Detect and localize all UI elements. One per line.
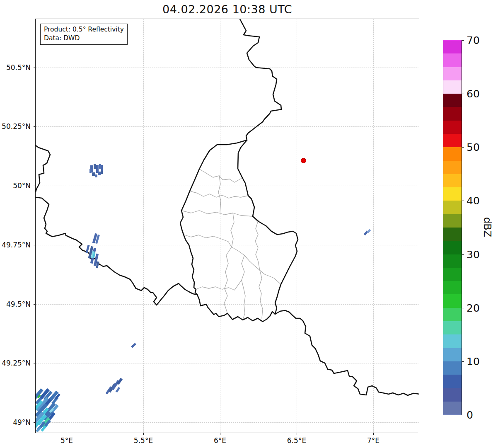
colorbar-segment bbox=[443, 121, 462, 134]
lon-tick-label: 5°E bbox=[60, 436, 73, 445]
colorbar-segment bbox=[443, 134, 462, 148]
colorbar-segment bbox=[443, 348, 462, 362]
colorbar-segment bbox=[443, 107, 462, 121]
colorbar-segment bbox=[443, 402, 462, 415]
lat-tick-label: 49.25°N bbox=[2, 359, 31, 367]
colorbar-tick-label: 50 bbox=[467, 141, 480, 153]
colorbar-segment bbox=[443, 228, 462, 241]
lat-tick-label: 49°N bbox=[13, 418, 31, 426]
admin-border-path bbox=[218, 176, 221, 212]
lat-tick-label: 50.25°N bbox=[2, 122, 31, 131]
lat-tick-mark bbox=[34, 422, 36, 423]
admin-border-path bbox=[242, 255, 245, 320]
admin-border-path bbox=[231, 213, 234, 247]
colorbar-tick-label: 40 bbox=[467, 195, 480, 207]
lat-tick-mark bbox=[34, 126, 36, 127]
colorbar-segment bbox=[443, 187, 462, 201]
colorbar: 706050403020100 bbox=[443, 40, 462, 415]
lon-tick-label: 7°E bbox=[367, 436, 380, 445]
colorbar-segment bbox=[443, 294, 462, 308]
colorbar-segment bbox=[443, 67, 462, 81]
colorbar-tick-mark bbox=[462, 94, 464, 94]
colorbar-segment bbox=[443, 214, 462, 228]
colorbar-tick-mark bbox=[462, 40, 464, 41]
colorbar-tick-mark bbox=[462, 147, 464, 148]
lon-tick-mark bbox=[373, 433, 374, 435]
admin-border-path bbox=[253, 216, 260, 270]
colorbar-tick-label: 10 bbox=[467, 355, 480, 367]
lon-tick-mark bbox=[297, 433, 297, 435]
colorbar-tick-label: 30 bbox=[467, 248, 480, 260]
country-border-luxembourg bbox=[180, 140, 298, 322]
colorbar-tick-label: 60 bbox=[467, 88, 480, 100]
colorbar-segment bbox=[443, 361, 462, 375]
red-point-marker bbox=[301, 158, 306, 163]
colorbar-segment bbox=[443, 201, 462, 214]
admin-border-path bbox=[224, 247, 232, 313]
colorbar-segment bbox=[443, 388, 462, 402]
colorbar-tick-label: 20 bbox=[467, 302, 480, 314]
radar-echo-bin bbox=[98, 172, 101, 175]
colorbar-segment bbox=[443, 241, 462, 254]
lon-tick-mark bbox=[67, 433, 67, 435]
lon-tick-mark bbox=[220, 433, 220, 435]
colorbar-unit-label: dBZ bbox=[481, 217, 493, 237]
lat-tick-mark bbox=[34, 245, 36, 245]
radar-echo-bin bbox=[89, 169, 92, 173]
admin-border-path bbox=[199, 169, 242, 182]
colorbar-segment bbox=[443, 334, 462, 348]
lat-tick-label: 50°N bbox=[13, 182, 31, 190]
country-borders-svg bbox=[36, 19, 419, 433]
colorbar-segment bbox=[443, 281, 462, 295]
data-source-label: Data: DWD bbox=[44, 34, 124, 43]
colorbar-segment bbox=[443, 308, 462, 322]
lat-tick-label: 50.5°N bbox=[6, 63, 31, 72]
country-border-france_belgium_loop bbox=[36, 145, 50, 192]
colorbar-tick-mark bbox=[462, 254, 464, 255]
colorbar-segment bbox=[443, 53, 462, 67]
country-border-france_germany bbox=[275, 310, 419, 395]
colorbar-segment bbox=[443, 268, 462, 281]
colorbar-tick-mark bbox=[462, 308, 464, 308]
radar-echo-bin bbox=[101, 171, 103, 174]
colorbar-segment bbox=[443, 161, 462, 174]
lat-tick-mark bbox=[34, 363, 36, 363]
lat-tick-mark bbox=[34, 68, 36, 68]
colorbar-segment bbox=[443, 94, 462, 107]
admin-border-path bbox=[181, 211, 253, 216]
lat-tick-mark bbox=[34, 186, 36, 186]
lon-tick-label: 6.5°E bbox=[287, 436, 306, 445]
radar-echo-bin bbox=[95, 174, 97, 177]
country-border-france_belgium bbox=[36, 197, 197, 305]
admin-border-path bbox=[196, 280, 242, 290]
map-plot-area: 5°E5.5°E6°E6.5°E7°E50.5°N50.25°N50°N49.7… bbox=[35, 19, 419, 433]
colorbar-tick-mark bbox=[462, 201, 464, 201]
plot-title: 04.02.2026 10:38 UTC bbox=[35, 3, 419, 16]
lon-tick-mark bbox=[143, 433, 144, 435]
product-info-box: Product: 0.5° Reflectivity Data: DWD bbox=[40, 24, 128, 45]
lat-tick-label: 49.5°N bbox=[6, 300, 31, 308]
admin-border-path bbox=[259, 270, 263, 318]
country-border-belgium_germany bbox=[240, 19, 281, 140]
colorbar-tick-mark bbox=[462, 361, 464, 362]
colorbar-segment bbox=[443, 80, 462, 94]
lat-tick-mark bbox=[34, 304, 36, 305]
colorbar-segment bbox=[443, 375, 462, 388]
colorbar-segment bbox=[443, 254, 462, 268]
colorbar-segment bbox=[443, 174, 462, 188]
colorbar-segment bbox=[443, 321, 462, 335]
lat-tick-label: 49.75°N bbox=[2, 241, 31, 249]
admin-border-path bbox=[184, 235, 232, 247]
product-label: Product: 0.5° Reflectivity bbox=[44, 25, 124, 34]
colorbar-tick-label: 70 bbox=[467, 34, 480, 46]
colorbar-segment bbox=[443, 40, 462, 54]
colorbar-tick-mark bbox=[462, 415, 464, 415]
map-clip-layer bbox=[36, 19, 419, 433]
lon-tick-label: 5.5°E bbox=[134, 436, 153, 445]
radar-echo-bin bbox=[94, 164, 96, 169]
radar-echo-bin bbox=[101, 165, 103, 171]
colorbar-tick-label: 0 bbox=[467, 409, 473, 421]
colorbar-segment bbox=[443, 147, 462, 161]
radar-reflectivity-figure: 04.02.2026 10:38 UTC 5°E5.5°E6°E6.5°E7°E… bbox=[0, 0, 498, 448]
lon-tick-label: 6°E bbox=[214, 436, 226, 445]
